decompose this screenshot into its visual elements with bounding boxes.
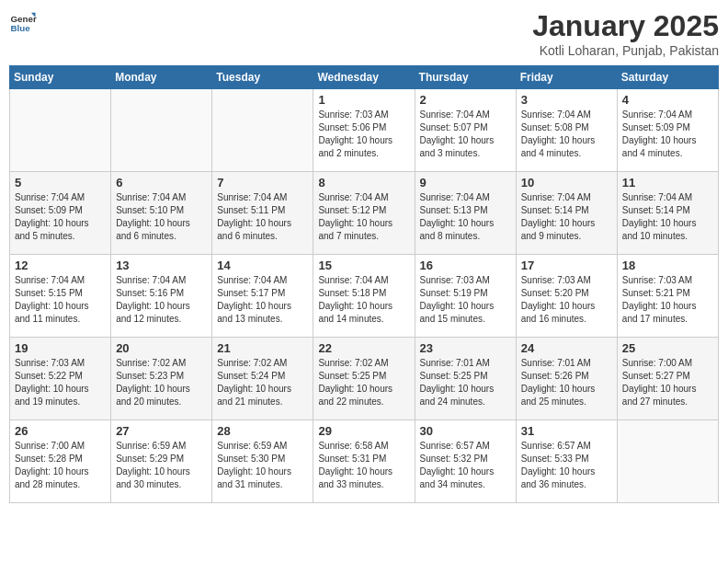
calendar-week-4: 19Sunrise: 7:03 AMSunset: 5:22 PMDayligh… [10,338,719,420]
calendar-week-5: 26Sunrise: 7:00 AMSunset: 5:28 PMDayligh… [10,420,719,503]
calendar-cell: 30Sunrise: 6:57 AMSunset: 5:32 PMDayligh… [415,420,516,503]
svg-text:Blue: Blue [11,23,31,33]
day-number: 27 [116,424,207,438]
day-number: 17 [521,259,612,272]
cell-info: Sunrise: 7:02 AMSunset: 5:23 PMDaylight:… [116,357,207,408]
cell-info: Sunrise: 7:04 AMSunset: 5:09 PMDaylight:… [622,109,713,160]
calendar-subtitle: Kotli Loharan, Punjab, Pakistan [532,43,719,58]
cell-info: Sunrise: 7:03 AMSunset: 5:19 PMDaylight:… [420,274,511,326]
col-tuesday: Tuesday [212,66,313,89]
calendar-cell [617,420,718,503]
day-number: 15 [318,259,409,272]
day-number: 28 [217,424,308,438]
day-number: 19 [15,341,106,355]
calendar-week-2: 5Sunrise: 7:04 AMSunset: 5:09 PMDaylight… [10,172,719,255]
calendar-cell: 6Sunrise: 7:04 AMSunset: 5:10 PMDaylight… [111,172,212,255]
cell-info: Sunrise: 7:04 AMSunset: 5:16 PMDaylight:… [116,274,207,326]
cell-info: Sunrise: 7:03 AMSunset: 5:06 PMDaylight:… [318,109,409,160]
calendar-cell: 24Sunrise: 7:01 AMSunset: 5:26 PMDayligh… [516,338,617,420]
calendar-cell: 28Sunrise: 6:59 AMSunset: 5:30 PMDayligh… [212,420,313,503]
day-number: 24 [521,341,612,355]
calendar-cell: 26Sunrise: 7:00 AMSunset: 5:28 PMDayligh… [10,420,111,503]
day-number: 9 [420,176,511,190]
calendar-cell: 8Sunrise: 7:04 AMSunset: 5:12 PMDaylight… [313,172,415,255]
day-number: 11 [622,176,713,190]
cell-info: Sunrise: 7:00 AMSunset: 5:27 PMDaylight:… [622,357,713,408]
cell-info: Sunrise: 7:03 AMSunset: 5:22 PMDaylight:… [15,357,106,408]
day-number: 3 [521,93,612,107]
calendar-week-3: 12Sunrise: 7:04 AMSunset: 5:15 PMDayligh… [10,255,719,338]
day-number: 22 [318,341,409,355]
calendar-cell [111,89,212,172]
calendar-cell: 18Sunrise: 7:03 AMSunset: 5:21 PMDayligh… [617,255,718,338]
day-number: 23 [420,341,511,355]
calendar-cell: 31Sunrise: 6:57 AMSunset: 5:33 PMDayligh… [516,420,617,503]
calendar-header: Sunday Monday Tuesday Wednesday Thursday… [10,66,719,89]
calendar-cell: 25Sunrise: 7:00 AMSunset: 5:27 PMDayligh… [617,338,718,420]
cell-info: Sunrise: 6:57 AMSunset: 5:32 PMDaylight:… [420,440,511,491]
day-number: 31 [521,424,612,438]
calendar-cell: 2Sunrise: 7:04 AMSunset: 5:07 PMDaylight… [415,89,516,172]
calendar-cell: 29Sunrise: 6:58 AMSunset: 5:31 PMDayligh… [313,420,415,503]
title-block: January 2025 Kotli Loharan, Punjab, Paki… [532,9,719,58]
day-number: 5 [15,176,106,190]
cell-info: Sunrise: 7:02 AMSunset: 5:25 PMDaylight:… [318,357,409,408]
calendar-body: 1Sunrise: 7:03 AMSunset: 5:06 PMDaylight… [10,89,719,503]
calendar-cell: 12Sunrise: 7:04 AMSunset: 5:15 PMDayligh… [10,255,111,338]
col-friday: Friday [516,66,617,89]
day-number: 29 [318,424,409,438]
cell-info: Sunrise: 7:04 AMSunset: 5:14 PMDaylight:… [521,191,612,243]
calendar-cell: 7Sunrise: 7:04 AMSunset: 5:11 PMDaylight… [212,172,313,255]
page-header: General Blue January 2025 Kotli Loharan,… [9,9,719,58]
calendar-cell: 16Sunrise: 7:03 AMSunset: 5:19 PMDayligh… [415,255,516,338]
calendar-cell: 23Sunrise: 7:01 AMSunset: 5:25 PMDayligh… [415,338,516,420]
day-number: 6 [116,176,207,190]
calendar-cell: 19Sunrise: 7:03 AMSunset: 5:22 PMDayligh… [10,338,111,420]
day-number: 4 [622,93,713,107]
calendar-cell: 5Sunrise: 7:04 AMSunset: 5:09 PMDaylight… [10,172,111,255]
calendar-cell [10,89,111,172]
cell-info: Sunrise: 7:04 AMSunset: 5:12 PMDaylight:… [318,191,409,243]
cell-info: Sunrise: 7:04 AMSunset: 5:10 PMDaylight:… [116,191,207,243]
calendar-cell: 17Sunrise: 7:03 AMSunset: 5:20 PMDayligh… [516,255,617,338]
col-saturday: Saturday [617,66,718,89]
day-number: 8 [318,176,409,190]
cell-info: Sunrise: 7:01 AMSunset: 5:25 PMDaylight:… [420,357,511,408]
cell-info: Sunrise: 7:04 AMSunset: 5:17 PMDaylight:… [217,274,308,326]
cell-info: Sunrise: 7:04 AMSunset: 5:08 PMDaylight:… [521,109,612,160]
cell-info: Sunrise: 6:57 AMSunset: 5:33 PMDaylight:… [521,440,612,491]
header-row: Sunday Monday Tuesday Wednesday Thursday… [10,66,719,89]
calendar-cell: 13Sunrise: 7:04 AMSunset: 5:16 PMDayligh… [111,255,212,338]
logo: General Blue [9,9,37,37]
calendar-cell: 10Sunrise: 7:04 AMSunset: 5:14 PMDayligh… [516,172,617,255]
day-number: 14 [217,259,308,272]
calendar-cell: 11Sunrise: 7:04 AMSunset: 5:14 PMDayligh… [617,172,718,255]
cell-info: Sunrise: 7:01 AMSunset: 5:26 PMDaylight:… [521,357,612,408]
day-number: 7 [217,176,308,190]
cell-info: Sunrise: 7:04 AMSunset: 5:13 PMDaylight:… [420,191,511,243]
cell-info: Sunrise: 7:04 AMSunset: 5:09 PMDaylight:… [15,191,106,243]
calendar-cell: 1Sunrise: 7:03 AMSunset: 5:06 PMDaylight… [313,89,415,172]
calendar-cell: 22Sunrise: 7:02 AMSunset: 5:25 PMDayligh… [313,338,415,420]
cell-info: Sunrise: 7:02 AMSunset: 5:24 PMDaylight:… [217,357,308,408]
calendar-cell: 9Sunrise: 7:04 AMSunset: 5:13 PMDaylight… [415,172,516,255]
day-number: 21 [217,341,308,355]
cell-info: Sunrise: 7:04 AMSunset: 5:07 PMDaylight:… [420,109,511,160]
day-number: 18 [622,259,713,272]
cell-info: Sunrise: 6:59 AMSunset: 5:30 PMDaylight:… [217,440,308,491]
day-number: 1 [318,93,409,107]
day-number: 26 [15,424,106,438]
col-sunday: Sunday [10,66,111,89]
calendar-cell: 27Sunrise: 6:59 AMSunset: 5:29 PMDayligh… [111,420,212,503]
cell-info: Sunrise: 7:03 AMSunset: 5:20 PMDaylight:… [521,274,612,326]
day-number: 13 [116,259,207,272]
calendar-cell: 21Sunrise: 7:02 AMSunset: 5:24 PMDayligh… [212,338,313,420]
day-number: 16 [420,259,511,272]
calendar-cell: 3Sunrise: 7:04 AMSunset: 5:08 PMDaylight… [516,89,617,172]
calendar-table: Sunday Monday Tuesday Wednesday Thursday… [9,65,719,503]
col-monday: Monday [111,66,212,89]
day-number: 10 [521,176,612,190]
day-number: 30 [420,424,511,438]
svg-text:General: General [11,14,38,24]
cell-info: Sunrise: 6:58 AMSunset: 5:31 PMDaylight:… [318,440,409,491]
